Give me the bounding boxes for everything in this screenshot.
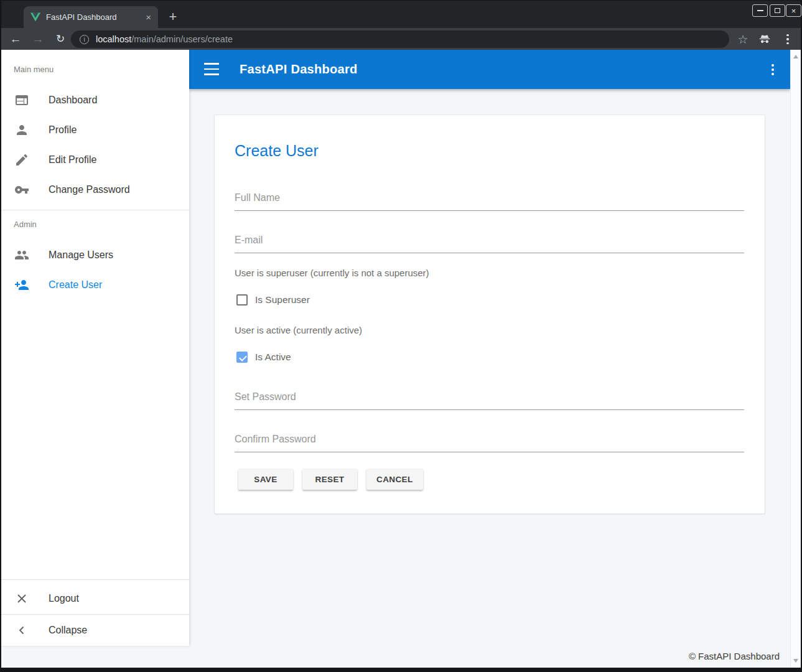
sidebar-item-label: Profile [49,124,77,136]
sidebar-item-logout[interactable]: Logout [1,584,189,614]
is-superuser-checkbox-row[interactable]: Is Superuser [236,294,310,306]
checkbox-label: Is Active [255,352,291,363]
sidebar-item-change-password[interactable]: Change Password [1,175,189,205]
checkbox-label: Is Superuser [255,294,310,306]
hamburger-icon [204,63,219,65]
page-body: Main menu Dashboard Profile Edit Profile… [1,50,801,668]
kebab-menu-icon [786,34,789,45]
url-path: /main/admin/users/create [131,34,233,44]
is-active-checkbox-row[interactable]: Is Active [236,352,291,363]
page-info-icon[interactable]: i [80,35,89,44]
sidebar-item-label: Logout [49,593,79,604]
is-active-checkbox[interactable] [236,352,248,363]
footer-copyright: © FastAPI Dashboard [689,651,780,661]
is-superuser-checkbox[interactable] [236,294,248,306]
browser-window: FastAPI Dashboard × + × ← → ↻ i localhos… [0,0,802,672]
tab-close-icon[interactable]: × [144,12,153,22]
forward-button[interactable]: → [29,30,47,48]
sidebar-section-header-admin: Admin [14,220,37,229]
sidebar-item-manage-users[interactable]: Manage Users [1,240,189,270]
kebab-menu-icon [772,64,774,75]
sidebar-item-collapse[interactable]: Collapse [1,615,189,645]
sidebar-item-create-user[interactable]: Create User [1,270,189,300]
sidebar-item-label: Dashboard [49,95,97,106]
email-input[interactable] [235,230,744,253]
person-add-icon [14,278,29,292]
close-icon: × [791,6,796,16]
sidebar-divider [1,614,189,615]
app-bar: FastAPI Dashboard [189,50,790,89]
sidebar-item-profile[interactable]: Profile [1,115,189,145]
window-maximize-button[interactable] [770,4,785,17]
incognito-icon [756,30,773,48]
key-icon [14,182,29,197]
sidebar: Main menu Dashboard Profile Edit Profile… [1,50,189,646]
main-content: Create User User is superuser (currently… [189,89,790,668]
full-name-input[interactable] [235,188,744,211]
confirm-password-field-wrap [235,429,744,452]
full-name-field-wrap [235,188,744,211]
maximize-icon [775,8,780,13]
scroll-down-arrow-icon[interactable] [793,659,798,663]
create-user-card: Create User User is superuser (currently… [214,114,765,514]
people-icon [14,248,29,263]
sidebar-item-label: Create User [49,279,102,291]
sidebar-divider [1,579,189,580]
hamburger-menu-button[interactable] [204,63,219,75]
sidebar-item-label: Edit Profile [49,154,96,166]
new-tab-button[interactable]: + [164,8,182,26]
vue-logo-icon [30,12,40,22]
page-title: Create User [235,142,319,160]
sidebar-item-label: Change Password [49,184,130,195]
browser-menu-button[interactable] [779,30,796,48]
sidebar-item-dashboard[interactable]: Dashboard [1,85,189,115]
app-bar-title: FastAPI Dashboard [240,50,358,89]
minimize-icon [757,10,763,11]
url-bar[interactable]: i localhost /main/admin/users/create [71,30,729,48]
email-field-wrap [235,230,744,253]
scroll-up-arrow-icon[interactable] [793,55,798,58]
dashboard-icon [14,93,29,108]
pencil-icon [14,152,29,167]
sidebar-section-header-main-menu: Main menu [14,65,54,74]
sidebar-divider [1,210,189,210]
confirm-password-input[interactable] [235,429,744,452]
reload-button[interactable]: ↻ [51,30,70,48]
page-scrollbar[interactable] [790,50,801,668]
chevron-left-icon [14,623,29,638]
app-bar-menu-button[interactable] [772,63,774,76]
window-close-button[interactable]: × [786,4,801,17]
cancel-button[interactable]: CANCEL [366,469,423,490]
browser-toolbar: ← → ↻ i localhost /main/admin/users/crea… [1,28,801,50]
person-icon [14,123,29,138]
save-button[interactable]: SAVE [238,469,293,490]
browser-tab[interactable]: FastAPI Dashboard × [24,6,158,28]
superuser-hint: User is superuser (currently is not a su… [235,268,429,278]
back-button[interactable]: ← [6,30,25,48]
bookmark-star-icon[interactable]: ☆ [734,30,752,48]
close-icon [14,591,29,606]
set-password-input[interactable] [235,387,744,410]
sidebar-item-label: Collapse [49,625,87,636]
window-minimize-button[interactable] [752,4,768,17]
sidebar-item-label: Manage Users [49,250,113,261]
sidebar-item-edit-profile[interactable]: Edit Profile [1,145,189,175]
reset-button[interactable]: RESET [302,469,357,490]
form-actions: SAVE RESET CANCEL [238,469,423,490]
active-hint: User is active (currently active) [235,325,362,335]
browser-tab-strip: FastAPI Dashboard × + × [1,1,801,28]
url-host: localhost [96,34,131,44]
tab-title: FastAPI Dashboard [46,12,144,22]
set-password-field-wrap [235,387,744,410]
